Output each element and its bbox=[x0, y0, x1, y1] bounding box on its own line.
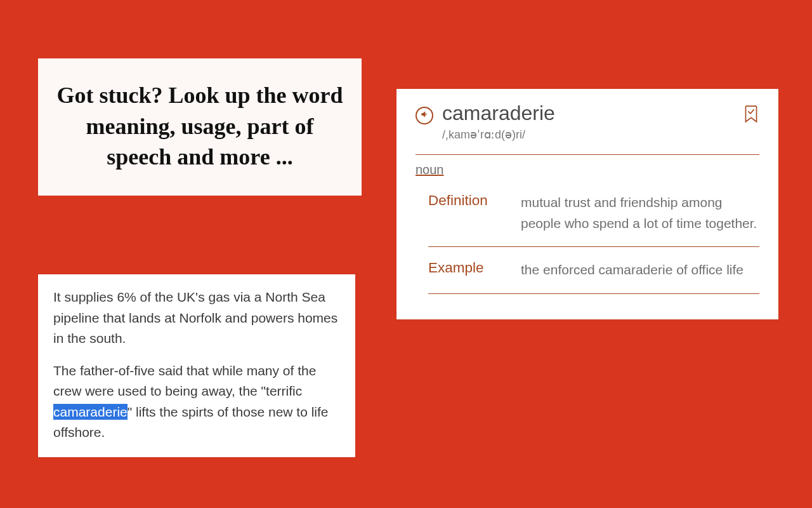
example-row: Example the enforced camaraderie of offi… bbox=[416, 247, 759, 293]
definition-row: Definition mutual trust and friendship a… bbox=[416, 180, 759, 246]
bookmark-button[interactable] bbox=[743, 104, 759, 127]
speaker-icon bbox=[420, 110, 429, 121]
part-of-speech: noun bbox=[416, 157, 444, 180]
pronounce-button[interactable] bbox=[416, 107, 433, 124]
pronunciation-text: /ˌkaməˈrɑːd(ə)ri/ bbox=[442, 128, 734, 142]
article-excerpt: It supplies 6% of the UK's gas via a Nor… bbox=[38, 274, 355, 457]
article-paragraph-2: The father-of-five said that while many … bbox=[53, 361, 340, 443]
example-text: the enforced camaraderie of office life bbox=[521, 260, 759, 281]
divider bbox=[428, 293, 759, 294]
article-text-before-highlight: The father-of-five said that while many … bbox=[53, 363, 316, 399]
word-heading: camaraderie bbox=[442, 102, 734, 125]
card-title-block: camaraderie /ˌkaməˈrɑːd(ə)ri/ bbox=[442, 102, 734, 142]
headline-panel: Got stuck? Look up the word meaning, usa… bbox=[38, 58, 362, 196]
dictionary-card: camaraderie /ˌkaməˈrɑːd(ə)ri/ noun Defin… bbox=[396, 89, 778, 319]
headline-text: Got stuck? Look up the word meaning, usa… bbox=[56, 83, 343, 170]
example-label: Example bbox=[428, 260, 504, 281]
divider bbox=[416, 154, 759, 155]
definition-label: Definition bbox=[428, 192, 504, 234]
article-paragraph-1: It supplies 6% of the UK's gas via a Nor… bbox=[53, 287, 340, 349]
card-header: camaraderie /ˌkaməˈrɑːd(ə)ri/ bbox=[416, 102, 759, 154]
bookmark-icon bbox=[743, 116, 759, 126]
highlighted-word[interactable]: camaraderie bbox=[53, 404, 128, 420]
definition-text: mutual trust and friendship among people… bbox=[521, 192, 759, 234]
